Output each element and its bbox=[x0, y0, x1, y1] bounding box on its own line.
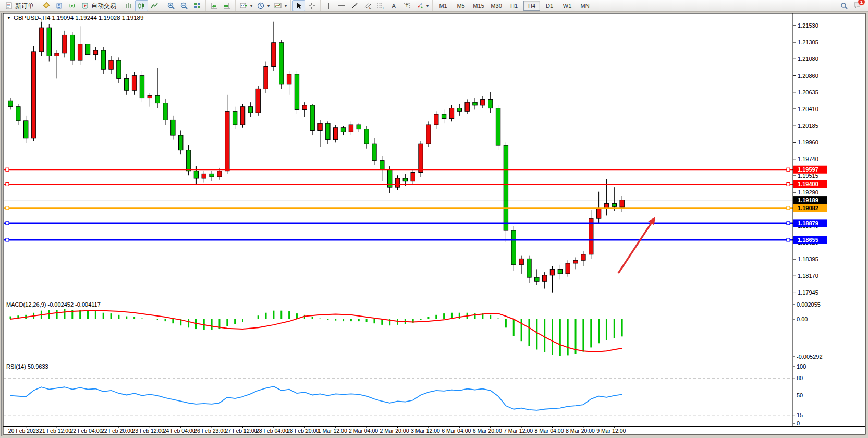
timeframe-w1[interactable]: W1 bbox=[559, 1, 576, 11]
svg-text:1.20185: 1.20185 bbox=[798, 123, 818, 129]
signals-icon bbox=[68, 2, 77, 10]
svg-text:1.18395: 1.18395 bbox=[798, 256, 818, 262]
timeframe-h4[interactable]: H4 bbox=[523, 1, 540, 11]
arrows-button[interactable]: ▾ bbox=[413, 0, 431, 11]
svg-text:24 Feb 04:00: 24 Feb 04:00 bbox=[163, 428, 195, 434]
line-chart-button[interactable] bbox=[148, 0, 161, 11]
svg-text:-0.005292: -0.005292 bbox=[797, 354, 823, 360]
cursor-icon bbox=[295, 2, 303, 10]
svg-text:8 Mar 20:00: 8 Mar 20:00 bbox=[566, 428, 595, 434]
timeframe-d1[interactable]: D1 bbox=[541, 1, 558, 11]
new-chart-button[interactable]: ▾ bbox=[237, 0, 254, 11]
svg-text:1 Mar 12:00: 1 Mar 12:00 bbox=[318, 428, 347, 434]
text-button[interactable]: A bbox=[387, 0, 400, 11]
timeframe-m5[interactable]: M5 bbox=[453, 1, 469, 11]
timeframe-h1[interactable]: H1 bbox=[506, 1, 522, 11]
main-toolbar: 新订单 自动交易 bbox=[0, 0, 868, 12]
fibonacci-button[interactable]: F bbox=[374, 0, 387, 11]
svg-text:7 Mar 12:00: 7 Mar 12:00 bbox=[504, 428, 533, 434]
svg-text:9 Mar 12:00: 9 Mar 12:00 bbox=[596, 428, 626, 434]
chart-shift-icon bbox=[223, 2, 231, 10]
autotrading-label: 自动交易 bbox=[91, 2, 116, 10]
notification-badge: 1 bbox=[858, 0, 865, 6]
svg-text:21 Feb 12:00: 21 Feb 12:00 bbox=[39, 428, 71, 434]
zoom-out-button[interactable] bbox=[178, 0, 191, 11]
svg-text:E: E bbox=[369, 6, 371, 9]
fibonacci-icon: F bbox=[376, 2, 385, 10]
vertical-line-button[interactable] bbox=[322, 0, 335, 11]
channel-button[interactable]: E bbox=[361, 0, 374, 11]
autotrading-button[interactable]: 自动交易 bbox=[79, 0, 118, 11]
templates-button[interactable]: ▾ bbox=[272, 0, 289, 11]
svg-text:1.21305: 1.21305 bbox=[798, 39, 818, 45]
label-button[interactable]: T bbox=[400, 0, 413, 11]
label-icon: T bbox=[402, 2, 411, 10]
chart-shift-button[interactable] bbox=[221, 0, 234, 11]
candlestick-chart-button[interactable] bbox=[135, 0, 148, 11]
svg-text:23 Feb 12:00: 23 Feb 12:00 bbox=[132, 428, 164, 434]
candlestick-chart-icon bbox=[137, 2, 146, 10]
svg-text:0.00: 0.00 bbox=[797, 316, 808, 322]
search-icon[interactable] bbox=[840, 2, 849, 10]
svg-text:1.21530: 1.21530 bbox=[798, 22, 818, 29]
rsi-label: RSI(14) 50.9633 bbox=[6, 363, 48, 370]
notifications-button[interactable]: 1 bbox=[853, 1, 862, 11]
chevron-down-icon: ▾ bbox=[250, 4, 252, 8]
svg-text:0: 0 bbox=[797, 420, 800, 427]
svg-text:28 Feb 20:00: 28 Feb 20:00 bbox=[287, 428, 319, 434]
chart-title: GBPUSD-,H4 1.19094 1.19244 1.19028 1.191… bbox=[14, 15, 143, 21]
macd-label: MACD(12,26,9) -0.002452 -0.004117 bbox=[6, 301, 101, 308]
svg-text:1.19960: 1.19960 bbox=[798, 139, 818, 145]
arrows-icon bbox=[415, 2, 424, 10]
svg-text:50: 50 bbox=[797, 392, 803, 398]
zoom-in-button[interactable] bbox=[165, 0, 178, 11]
svg-text:1.19515: 1.19515 bbox=[798, 173, 818, 179]
trendline-button[interactable] bbox=[348, 0, 361, 11]
svg-text:1.19740: 1.19740 bbox=[798, 156, 818, 162]
svg-text:F: F bbox=[383, 6, 385, 9]
svg-text:15: 15 bbox=[797, 412, 803, 418]
svg-text:A: A bbox=[392, 3, 396, 9]
svg-text:1.20860: 1.20860 bbox=[798, 72, 818, 79]
tile-windows-icon bbox=[193, 2, 202, 10]
new-order-icon bbox=[5, 2, 14, 10]
timeframe-m15[interactable]: M15 bbox=[470, 1, 487, 11]
timeframe-mn[interactable]: MN bbox=[577, 1, 593, 11]
chart-dropdown-icon: ▼ bbox=[7, 16, 11, 20]
zoom-in-icon bbox=[167, 2, 176, 10]
zoom-out-icon bbox=[180, 2, 189, 10]
timeframe-group: M1M5M15M30H1H4D1W1MN bbox=[432, 0, 595, 11]
chevron-down-icon: ▾ bbox=[426, 4, 429, 8]
market-watch-icon bbox=[55, 2, 64, 10]
horizontal-line-icon bbox=[337, 2, 346, 10]
svg-text:27 Feb 12:00: 27 Feb 12:00 bbox=[225, 428, 258, 434]
price-badge: 1.19400 bbox=[798, 181, 818, 187]
metaeditor-icon bbox=[42, 2, 51, 10]
svg-text:1.20410: 1.20410 bbox=[798, 106, 818, 112]
svg-text:1.20635: 1.20635 bbox=[798, 89, 818, 95]
timeframe-m30[interactable]: M30 bbox=[488, 1, 505, 11]
svg-text:22 Feb 20:00: 22 Feb 20:00 bbox=[101, 428, 133, 434]
periods-button[interactable]: ▾ bbox=[254, 0, 272, 11]
price-badge: 1.19189 bbox=[798, 197, 818, 203]
chart-area[interactable]: ▼GBPUSD-,H4 1.19094 1.19244 1.19028 1.19… bbox=[0, 0, 868, 438]
timeframe-m1[interactable]: M1 bbox=[435, 1, 451, 11]
price-badge: 1.18655 bbox=[798, 237, 818, 243]
svg-text:1.17945: 1.17945 bbox=[798, 289, 818, 296]
new-order-label: 新订单 bbox=[15, 2, 34, 10]
horizontal-line-button[interactable] bbox=[335, 0, 348, 11]
chevron-down-icon: ▾ bbox=[285, 4, 287, 8]
vertical-line-icon bbox=[324, 2, 333, 10]
bar-chart-button[interactable] bbox=[122, 0, 135, 11]
svg-text:1.18170: 1.18170 bbox=[798, 273, 818, 279]
auto-scroll-button[interactable] bbox=[207, 0, 221, 11]
new-order-button[interactable]: 新订单 bbox=[3, 0, 36, 11]
crosshair-button[interactable] bbox=[305, 0, 319, 11]
tile-windows-button[interactable] bbox=[191, 0, 204, 11]
signals-button[interactable] bbox=[66, 0, 79, 11]
templates-icon bbox=[274, 2, 283, 10]
metaeditor-button[interactable] bbox=[40, 0, 53, 11]
svg-text:100: 100 bbox=[797, 363, 806, 370]
cursor-button[interactable] bbox=[292, 0, 305, 11]
market-watch-button[interactable] bbox=[53, 0, 66, 11]
